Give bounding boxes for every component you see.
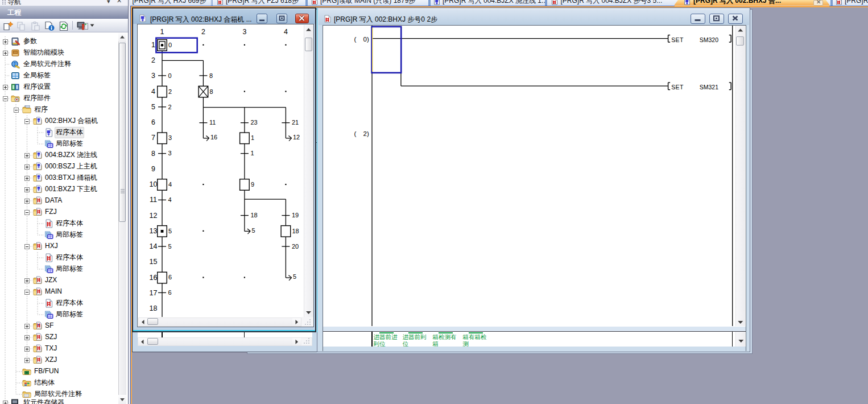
- svg-text:21: 21: [291, 119, 298, 126]
- svg-text:1: 1: [160, 28, 164, 36]
- svg-text:3: 3: [151, 72, 155, 80]
- svg-text:8: 8: [151, 149, 155, 157]
- svg-text:16: 16: [210, 134, 217, 141]
- svg-text:8: 8: [209, 72, 212, 79]
- svg-text:6: 6: [151, 118, 155, 126]
- svg-text:(: (: [354, 36, 357, 43]
- svg-text:23: 23: [250, 119, 257, 126]
- svg-text:19: 19: [291, 212, 298, 219]
- svg-text:SM321: SM321: [700, 84, 718, 90]
- svg-text:18: 18: [292, 227, 299, 234]
- svg-text:8: 8: [209, 88, 213, 94]
- svg-text:9: 9: [151, 165, 155, 173]
- svg-text:5: 5: [292, 273, 296, 280]
- svg-text:4: 4: [284, 28, 288, 36]
- svg-text:SM320: SM320: [700, 36, 718, 43]
- svg-text:10: 10: [149, 180, 157, 188]
- svg-text:(: (: [354, 130, 357, 137]
- svg-text:1: 1: [151, 41, 155, 49]
- svg-text:4: 4: [168, 196, 171, 203]
- svg-text:2): 2): [363, 130, 369, 137]
- svg-text:4: 4: [168, 181, 172, 188]
- svg-text:11: 11: [150, 196, 157, 204]
- svg-text:5: 5: [251, 226, 255, 233]
- svg-text:2: 2: [151, 56, 155, 64]
- svg-text:6: 6: [168, 274, 172, 281]
- svg-text:16: 16: [149, 273, 157, 281]
- svg-text:12: 12: [149, 211, 157, 219]
- svg-text:11: 11: [209, 119, 215, 126]
- svg-text:7: 7: [151, 134, 155, 142]
- svg-text:14: 14: [149, 242, 157, 250]
- svg-text:3: 3: [242, 28, 246, 36]
- svg-text:SET: SET: [671, 36, 684, 43]
- svg-text:0): 0): [363, 36, 369, 43]
- svg-text:5: 5: [151, 103, 155, 111]
- svg-text:5: 5: [168, 227, 172, 234]
- svg-text:20: 20: [291, 242, 298, 249]
- svg-text:0: 0: [168, 41, 172, 48]
- svg-text:12: 12: [292, 134, 299, 141]
- svg-text:1: 1: [250, 134, 254, 141]
- svg-text:SET: SET: [671, 84, 684, 90]
- svg-text:1: 1: [250, 150, 254, 156]
- svg-text:18: 18: [149, 304, 157, 312]
- svg-text:13: 13: [149, 227, 157, 235]
- svg-text:4: 4: [151, 87, 155, 95]
- svg-text:2: 2: [201, 28, 205, 36]
- svg-text:3: 3: [168, 150, 171, 156]
- svg-text:17: 17: [149, 289, 157, 297]
- svg-text:5: 5: [168, 242, 171, 249]
- svg-text:6: 6: [168, 289, 171, 296]
- svg-text:15: 15: [149, 258, 157, 266]
- svg-text:9: 9: [250, 181, 254, 188]
- svg-text:18: 18: [250, 212, 257, 219]
- svg-text:2: 2: [168, 103, 171, 110]
- svg-text:3: 3: [168, 134, 172, 141]
- svg-text:2: 2: [168, 88, 172, 94]
- svg-text:0: 0: [168, 72, 171, 79]
